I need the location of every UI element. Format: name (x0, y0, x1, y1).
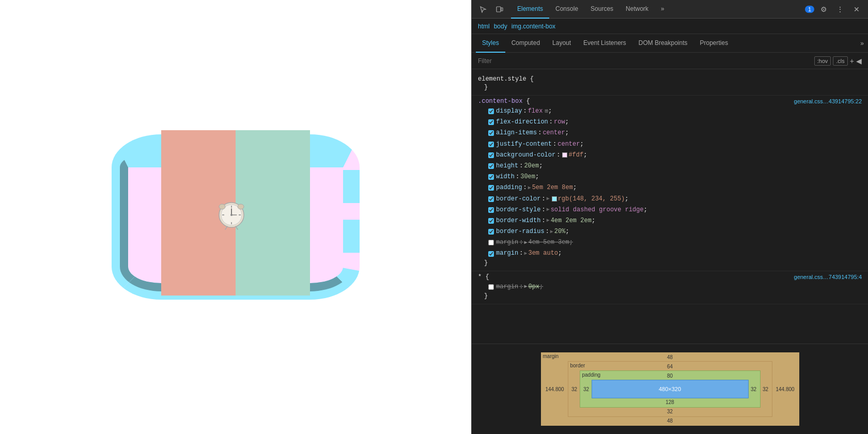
breadcrumb-body[interactable]: body (494, 23, 507, 30)
hov-filter-button[interactable]: :hov (814, 56, 831, 66)
clock-svg (211, 192, 252, 234)
css-rule-element-style: element.style { } (472, 73, 868, 96)
css-checkbox-border-radius[interactable] (488, 229, 494, 235)
css-prop-flex-direction: flex-direction: row ; (478, 117, 862, 128)
margin-1-expand[interactable]: ▶ (524, 239, 527, 247)
border-color-expand[interactable]: ▶ (547, 195, 550, 203)
clock-image (161, 130, 310, 296)
tab-console[interactable]: Console (549, 0, 584, 19)
styles-tab-styles[interactable]: Styles (476, 34, 505, 53)
breadcrumb-html[interactable]: html (478, 23, 490, 30)
bm-margin-bottom[interactable]: 48 (542, 417, 798, 425)
styles-tab-layout[interactable]: Layout (546, 34, 577, 53)
css-checkbox-margin-1[interactable] (488, 240, 494, 245)
styles-tab-properties[interactable]: Properties (694, 34, 735, 53)
more-options-button[interactable]: ⋮ (833, 2, 847, 17)
tab-sources[interactable]: Sources (584, 0, 619, 19)
box-model-panel: margin 48 144.800 border 64 32 paddi (472, 344, 868, 434)
svg-line-12 (236, 226, 238, 229)
css-checkbox-justify-content[interactable] (488, 142, 494, 147)
margin-2-expand[interactable]: ▶ (524, 250, 527, 258)
styles-tab-event-listeners[interactable]: Event Listeners (577, 34, 632, 53)
styles-tab-dom-breakpoints[interactable]: DOM Breakpoints (632, 34, 694, 53)
css-checkbox-padding[interactable] (488, 185, 494, 191)
css-checkbox-border-style[interactable] (488, 207, 494, 213)
tab-network[interactable]: Network (619, 0, 655, 19)
cls-filter-button[interactable]: .cls (833, 56, 848, 66)
box-model-container: margin 48 144.800 border 64 32 paddi (541, 352, 799, 426)
add-style-button[interactable]: + (850, 57, 854, 65)
color-swatch-border[interactable] (552, 196, 557, 202)
svg-rect-13 (497, 7, 501, 12)
breadcrumb-bar: html body img.content-box (472, 19, 868, 34)
css-checkbox-width[interactable] (488, 174, 494, 180)
devtools-tabs-top: Elements Console Sources Network » (511, 0, 803, 19)
css-selector-element-style[interactable]: element.style { (478, 75, 534, 83)
css-prop-padding: padding: ▶ 5em 2em 8em ; (478, 182, 862, 193)
css-prop-border-style: border-style: ▶ solid dashed groove ridg… (478, 205, 862, 215)
svg-point-9 (219, 204, 225, 209)
bm-border-left[interactable]: 32 (569, 370, 580, 408)
css-close-brace-2: } (478, 292, 862, 300)
bm-margin-left[interactable]: 144.800 (542, 361, 568, 417)
css-prop-justify-content: justify-content: center ; (478, 139, 862, 150)
css-rules-panel[interactable]: element.style { } .content-box { general… (472, 69, 868, 344)
padding-expand[interactable]: ▶ (528, 184, 531, 192)
css-checkbox-flex-direction[interactable] (488, 119, 494, 125)
bm-margin-label: margin (543, 353, 559, 359)
device-emulation-button[interactable] (492, 2, 507, 17)
css-selector-star[interactable]: * { (478, 273, 489, 281)
bm-padding-top[interactable]: 80 (581, 372, 759, 380)
css-checkbox-margin-2[interactable] (488, 251, 494, 257)
tab-more[interactable]: » (655, 0, 671, 19)
css-checkbox-border-width[interactable] (488, 218, 494, 224)
svg-point-10 (238, 204, 244, 209)
cursor-tool-button[interactable] (476, 2, 490, 17)
preview-panel (0, 0, 471, 434)
css-source-star[interactable]: general.css…743914795:4 (794, 274, 862, 280)
styles-tab-computed[interactable]: Computed (505, 34, 546, 53)
css-checkbox-height[interactable] (488, 163, 494, 169)
close-devtools-button[interactable]: ✕ (849, 2, 864, 17)
border-style-expand[interactable]: ▶ (547, 206, 550, 214)
css-prop-border-radius: border-radius: ▶ 20% ; (478, 226, 862, 237)
css-prop-border-color: border-color: ▶ rgb(148, 234, 255) ; (478, 194, 862, 205)
bm-border-right[interactable]: 32 (761, 370, 771, 408)
bm-padding-left[interactable]: 32 (581, 380, 592, 398)
css-prop-margin: margin: ▶ 3em auto ; (478, 248, 862, 259)
css-rule-star: * { general.css…743914795:4 margin: ▶ 0p… (472, 271, 868, 304)
css-checkbox-display[interactable] (488, 109, 494, 114)
css-checkbox-bg-color[interactable] (488, 152, 494, 158)
filter-input[interactable] (478, 57, 810, 65)
bm-content[interactable]: 480×320 (592, 380, 749, 398)
styles-tabs-bar: Styles Computed Layout Event Listeners D… (472, 34, 868, 53)
css-rule-content-box: .content-box { general.css…43914795:22 d… (472, 96, 868, 271)
css-checkbox-star-margin[interactable] (488, 284, 494, 290)
flex-icon[interactable]: ⊞ (545, 107, 548, 116)
devtools-topbar-right: 1 ⚙ ⋮ ✕ (805, 2, 864, 17)
css-checkbox-border-color[interactable] (488, 196, 494, 202)
border-radius-expand[interactable]: ▶ (550, 228, 553, 236)
settings-button[interactable]: ⚙ (816, 2, 831, 17)
color-swatch-bg[interactable] (562, 152, 567, 158)
expand-styles-button[interactable]: ◀ (856, 57, 862, 65)
filter-bar: :hov .cls + ◀ (472, 53, 868, 69)
tab-elements[interactable]: Elements (511, 0, 549, 19)
breadcrumb-img[interactable]: img.content-box (512, 23, 555, 30)
styles-tabs-more[interactable]: » (860, 40, 864, 47)
css-source-content-box[interactable]: general.css…43914795:22 (794, 98, 862, 104)
border-width-expand[interactable]: ▶ (547, 216, 550, 225)
css-checkbox-align-items[interactable] (488, 130, 494, 136)
bm-border-bottom[interactable]: 32 (569, 408, 771, 415)
bm-margin-top[interactable]: 48 (542, 353, 798, 361)
svg-point-8 (230, 214, 233, 216)
bm-padding-right[interactable]: 32 (749, 380, 759, 398)
bm-border-top[interactable]: 64 (569, 363, 771, 370)
svg-rect-14 (501, 8, 503, 11)
css-selector-content-box[interactable]: .content-box { (478, 98, 530, 105)
css-prop-align-items: align-items: center ; (478, 128, 862, 138)
star-margin-expand[interactable]: ▶ (524, 283, 527, 291)
css-prop-height: height: 20em ; (478, 161, 862, 172)
bm-padding-bottom[interactable]: 128 (581, 398, 759, 406)
bm-margin-right[interactable]: 144.800 (772, 361, 798, 417)
